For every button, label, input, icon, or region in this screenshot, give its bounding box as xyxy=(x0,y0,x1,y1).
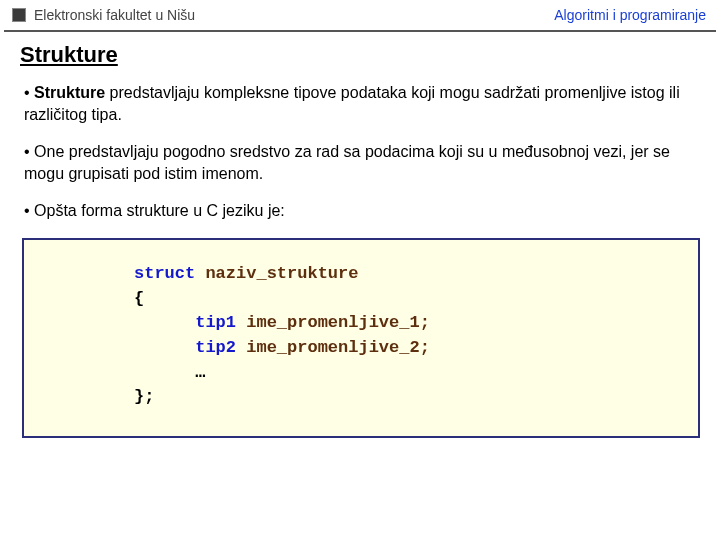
code-var1: ime_promenljive_1; xyxy=(236,313,430,332)
code-type2: tip2 xyxy=(134,338,236,357)
slide-header: Elektronski fakultet u Nišu Algoritmi i … xyxy=(4,4,716,32)
header-right-text: Algoritmi i programiranje xyxy=(554,7,706,23)
para1-bold: Strukture xyxy=(34,84,105,101)
code-var2: ime_promenljive_2; xyxy=(236,338,430,357)
slide-title: Strukture xyxy=(20,42,720,68)
slide-content: • Strukture predstavljaju kompleksne tip… xyxy=(0,68,720,222)
paragraph-2: • One predstavljaju pogodno sredstvo za … xyxy=(24,141,696,184)
code-struct-name: naziv_strukture xyxy=(195,264,358,283)
code-brace-close: }; xyxy=(134,387,154,406)
para1-rest: predstavljaju kompleksne tipove podataka… xyxy=(24,84,680,123)
code-block: struct naziv_strukture { tip1 ime_promen… xyxy=(22,238,700,438)
header-decor-icon xyxy=(12,8,26,22)
paragraph-3: • Opšta forma strukture u C jeziku je: xyxy=(24,200,696,222)
code-kw-struct: struct xyxy=(134,264,195,283)
bullet: • xyxy=(24,84,34,101)
code-ellipsis: … xyxy=(134,363,205,382)
slide: Elektronski fakultet u Nišu Algoritmi i … xyxy=(0,4,720,540)
code-brace-open: { xyxy=(134,289,144,308)
header-left: Elektronski fakultet u Nišu xyxy=(12,7,195,23)
header-left-text: Elektronski fakultet u Nišu xyxy=(34,7,195,23)
code-type1: tip1 xyxy=(134,313,236,332)
paragraph-1: • Strukture predstavljaju kompleksne tip… xyxy=(24,82,696,125)
